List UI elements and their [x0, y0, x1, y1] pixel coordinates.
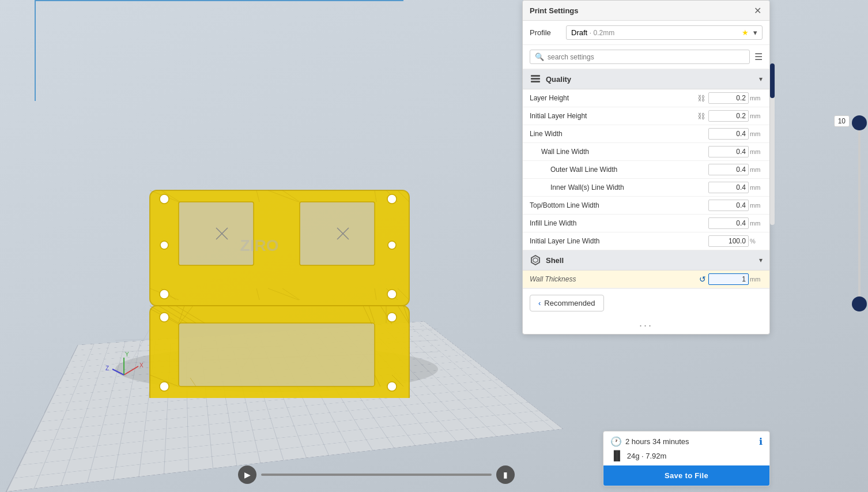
status-time: 🕐 2 hours 34 minutes [610, 436, 689, 447]
svg-point-53 [387, 194, 397, 204]
star-icon[interactable]: ★ [742, 28, 749, 37]
line-width-value: mm [708, 128, 763, 140]
reset-icon[interactable]: ↺ [699, 275, 706, 284]
right-scrollbar[interactable] [770, 63, 775, 225]
slider-handle-top[interactable] [852, 115, 867, 130]
recommended-button[interactable]: ‹ Recommended [530, 295, 604, 311]
end-btn[interactable]: ▮ [496, 465, 515, 484]
wall-thickness-input[interactable] [708, 273, 749, 285]
close-button[interactable]: ✕ [752, 5, 763, 16]
status-weight-value: 24g · 7.92m [627, 452, 667, 460]
initial-layer-height-unit: mm [750, 112, 763, 119]
svg-line-24 [363, 306, 372, 324]
svg-line-56 [216, 228, 228, 239]
svg-line-43 [161, 288, 176, 300]
svg-point-29 [387, 313, 397, 322]
search-input[interactable] [548, 53, 745, 61]
model-top-panel: ZIRO [150, 190, 409, 306]
inner-wall-line-width-unit: mm [750, 184, 763, 191]
wall-thickness-row: Wall Thickness ↺ mm [523, 271, 769, 288]
layer-height-link-icon[interactable]: ⛓ [697, 94, 705, 103]
slider-label: 10 [834, 115, 850, 127]
svg-line-57 [216, 228, 228, 239]
svg-line-48 [386, 288, 398, 300]
infill-line-width-value: mm [708, 217, 763, 229]
watermark-text: ZIRO [240, 236, 279, 254]
slider-handle-bottom[interactable] [852, 296, 867, 311]
wall-line-width-value: mm [708, 146, 763, 157]
svg-line-49 [398, 288, 409, 300]
top-bottom-line-width-input[interactable] [708, 200, 749, 211]
svg-line-25 [380, 306, 392, 324]
initial-layer-height-input[interactable] [708, 110, 749, 122]
initial-layer-height-link-icon[interactable]: ⛓ [697, 112, 705, 121]
initial-layer-height-row: Initial Layer Height ⛓ mm [523, 107, 769, 125]
initial-layer-line-width-row: Initial Layer Line Width % [523, 232, 769, 250]
inner-wall-line-width-input[interactable] [708, 182, 749, 193]
info-icon[interactable]: ℹ [759, 436, 763, 447]
svg-marker-69 [531, 256, 539, 265]
quality-chevron-icon: ▾ [759, 75, 763, 83]
svg-line-26 [398, 306, 409, 324]
quality-section-title: Quality [546, 75, 759, 84]
wall-line-width-input[interactable] [708, 146, 749, 157]
svg-rect-68 [531, 81, 540, 82]
svg-line-10 [150, 306, 179, 323]
shell-section-header[interactable]: Shell ▾ [523, 250, 769, 271]
profile-row: Profile Draft · 0.2mm ★ ▾ [523, 21, 769, 45]
timeline-bar[interactable] [261, 474, 492, 476]
collapse-dots[interactable]: ··· [523, 317, 769, 334]
top-bottom-line-width-value: mm [708, 200, 763, 211]
svg-point-54 [387, 290, 397, 299]
layers-icon [530, 74, 541, 84]
svg-point-27 [160, 313, 169, 322]
outer-wall-line-width-unit: mm [750, 166, 763, 173]
svg-line-42 [150, 288, 179, 300]
status-weight-row: ▐▌ 24g · 7.92m [603, 449, 769, 465]
line-width-input[interactable] [708, 128, 749, 140]
shell-section-icon [530, 254, 541, 266]
profile-main-value: Draft [571, 28, 587, 37]
search-icon: 🔍 [535, 52, 544, 61]
infill-line-width-input[interactable] [708, 217, 749, 229]
svg-line-47 [375, 288, 376, 300]
panel-header: Print Settings ✕ [523, 1, 769, 21]
shell-icon [530, 255, 541, 265]
profile-select[interactable]: Draft · 0.2mm ★ ▾ [566, 25, 763, 40]
scrollbar-thumb[interactable] [770, 63, 775, 98]
line-width-row: Line Width mm [523, 125, 769, 143]
infill-line-width-unit: mm [750, 220, 763, 227]
play-btn[interactable]: ▶ [238, 465, 256, 484]
profile-label: Profile [530, 28, 561, 37]
shell-section-title: Shell [546, 256, 759, 265]
filament-icon: ▐▌ [610, 450, 624, 461]
search-row: 🔍 ☰ [523, 45, 769, 69]
infill-line-width-label: Infill Line Width [530, 219, 708, 227]
recommended-row: ‹ Recommended [523, 288, 769, 317]
svg-line-20 [150, 309, 179, 324]
wall-thickness-label: Wall Thickness [530, 275, 699, 283]
save-to-file-button[interactable]: Save to File [603, 465, 769, 486]
layer-height-input[interactable] [708, 92, 749, 104]
initial-layer-line-width-input[interactable] [708, 235, 749, 247]
outer-wall-line-width-input[interactable] [708, 164, 749, 175]
svg-line-15 [403, 306, 409, 323]
profile-actions: ★ ▾ [742, 28, 757, 37]
slider-track[interactable] [858, 115, 861, 311]
inner-wall-line-width-label: Inner Wall(s) Line Width [530, 183, 708, 191]
wall-thickness-value: mm [708, 273, 763, 285]
svg-point-55 [388, 241, 396, 249]
inner-wall-line-width-value: mm [708, 182, 763, 193]
svg-line-12 [179, 306, 184, 323]
initial-layer-line-width-label: Initial Layer Line Width [530, 237, 708, 245]
quality-section-icon [530, 73, 541, 85]
dropdown-chevron-icon[interactable]: ▾ [753, 28, 757, 37]
profile-value: Draft · 0.2mm [571, 28, 614, 37]
hamburger-icon[interactable]: ☰ [754, 51, 763, 62]
panel-title: Print Settings [530, 6, 579, 15]
svg-line-35 [161, 190, 180, 202]
recommended-label: Recommended [544, 299, 595, 307]
svg-point-51 [160, 290, 169, 299]
line-width-label: Line Width [530, 130, 708, 138]
quality-section-header[interactable]: Quality ▾ [523, 69, 769, 89]
